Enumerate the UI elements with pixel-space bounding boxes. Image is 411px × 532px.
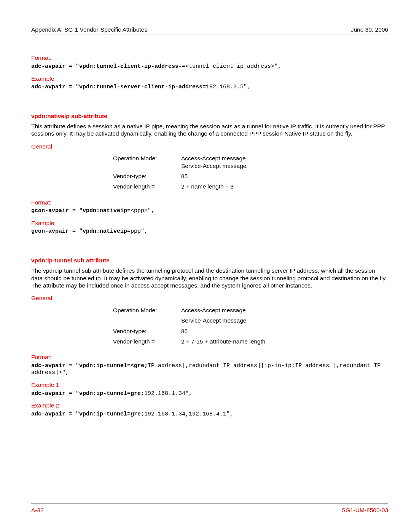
code-bold: adc-avpair = "vpdn:tunnel-server-client-… xyxy=(31,84,206,90)
cell-label: Vendor-length = xyxy=(113,181,181,192)
table-row: Vendor-type: 85 xyxy=(113,171,252,181)
table-row: Service-Accept message xyxy=(113,315,271,326)
example-label: Example: xyxy=(31,75,388,82)
example2-code: adc-avpair = "vpdn:ip-tunnel=gre;192.168… xyxy=(31,411,388,418)
cell-label: Vendor-type: xyxy=(113,326,181,336)
code-plain: <tunnel client ip address>", xyxy=(185,63,281,70)
cell-value: 85 xyxy=(181,171,252,181)
code-plain: <ppp>", xyxy=(131,208,155,214)
cell-label: Operation Mode: xyxy=(113,153,181,171)
page: Appendix A: SG-1 Vendor-Specific Attribu… xyxy=(0,0,411,532)
example2-label: Example 2: xyxy=(31,402,388,409)
section-heading-nativeip: vpdn:nativeip sub-attribute xyxy=(31,112,388,120)
table-row: Operation Mode: Access-Accept message xyxy=(113,305,271,315)
format-code: adc-avpair = "vpdn:tunnel-client-ip-addr… xyxy=(31,63,388,70)
page-header: Appendix A: SG-1 Vendor-Specific Attribu… xyxy=(31,26,388,35)
code-bold: adc-avpair = "vpdn:ip-tunnel=gre; xyxy=(31,411,144,417)
code-bold: gcon-avpair = "vpdn:nativeip= xyxy=(31,228,131,235)
code-bold: adc-avpair = "vpdn:ip-tunnel=<gre; xyxy=(31,363,148,369)
general-label: General: xyxy=(31,294,388,302)
cell-value: Access-Accept message xyxy=(181,305,271,315)
page-footer: A-32 SG1-UM-8500-03 xyxy=(31,503,388,514)
cell-line: Access-Accept message xyxy=(181,155,246,161)
section-heading-ip-tunnel: vpdn:ip-tunnel sub attribute xyxy=(31,257,388,264)
code-bold: adc-avpair = "vpdn:tunnel-client-ip-addr… xyxy=(31,63,185,70)
cell-line: Service-Accept message xyxy=(181,163,246,169)
cell-value: Service-Accept message xyxy=(181,315,271,326)
format-label: Format: xyxy=(31,199,388,206)
cell-value: 2 + name length + 3 xyxy=(181,181,252,192)
code-plain: ppp", xyxy=(131,228,148,235)
header-right-date: June 30, 2006 xyxy=(351,26,388,33)
code-bold: adc-avpair = "vpdn:ip-tunnel=gre; xyxy=(31,390,144,397)
cell-label: Vendor-length = xyxy=(113,336,181,347)
cell-value: 2 + 7-15 + attribute-name length xyxy=(181,336,271,347)
header-left-text: Appendix A: SG-1 Vendor-Specific Attribu… xyxy=(31,26,147,33)
table-row: Vendor-length = 2 + 7-15 + attribute-nam… xyxy=(113,336,271,347)
example-code: gcon-avpair = "vpdn:nativeip=ppp", xyxy=(31,228,388,235)
section-paragraph: This attribute defines a session as a na… xyxy=(31,123,388,137)
example-label: Example: xyxy=(31,219,388,227)
table-row: Operation Mode: Access-Accept message Se… xyxy=(113,153,252,171)
example-code: adc-avpair = "vpdn:tunnel-server-client-… xyxy=(31,84,388,91)
code-plain: 192.168.1.34", xyxy=(144,390,192,397)
table-row: Vendor-type: 86 xyxy=(113,326,271,336)
cell-value: 86 xyxy=(181,326,271,336)
format-label: Format: xyxy=(31,353,388,361)
general-table-ip-tunnel: Operation Mode: Access-Accept message Se… xyxy=(113,305,271,347)
section-paragraph: The vpdn:ip-tunnel sub attribute defines… xyxy=(31,267,388,289)
cell-label: Operation Mode: xyxy=(113,305,181,315)
code-plain: 192.168.1.34,192.168.4.1", xyxy=(144,411,233,417)
general-label: General: xyxy=(31,143,388,150)
general-table-nativeip: Operation Mode: Access-Accept message Se… xyxy=(113,153,252,192)
format-label: Format: xyxy=(31,54,388,61)
format-code: adc-avpair = "vpdn:ip-tunnel=<gre;IP add… xyxy=(31,363,388,377)
cell-value: Access-Accept message Service-Accept mes… xyxy=(181,153,252,171)
cell-label xyxy=(113,315,181,326)
example1-code: adc-avpair = "vpdn:ip-tunnel=gre;192.168… xyxy=(31,390,388,398)
format-code: gcon-avpair = "vpdn:nativeip=<ppp>", xyxy=(31,208,388,215)
cell-label: Vendor-type: xyxy=(113,171,181,181)
code-plain: 192.168.3.5", xyxy=(206,84,250,90)
footer-page-number: A-32 xyxy=(31,506,44,514)
footer-doc-id: SG1-UM-8500-03 xyxy=(342,506,388,514)
example1-label: Example 1: xyxy=(31,381,388,388)
code-bold: gcon-avpair = "vpdn:nativeip= xyxy=(31,208,131,214)
table-row: Vendor-length = 2 + name length + 3 xyxy=(113,181,252,192)
